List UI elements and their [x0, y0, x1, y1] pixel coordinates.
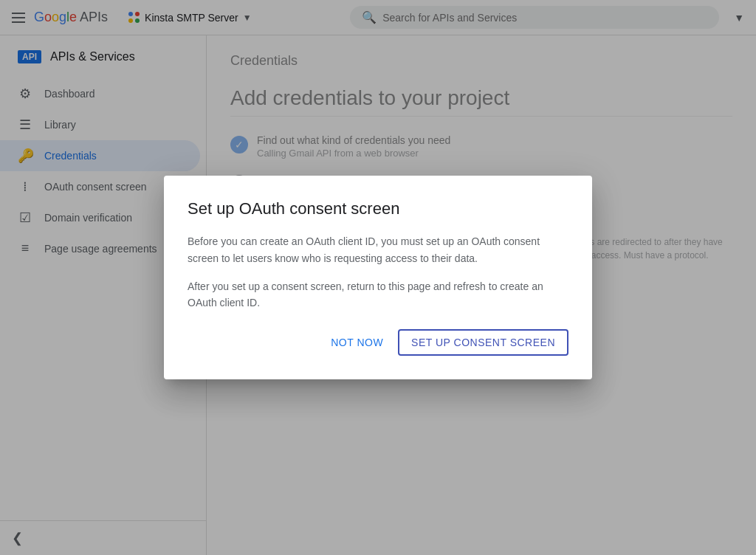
not-now-button[interactable]: NOT NOW: [322, 329, 392, 356]
modal-overlay: Set up OAuth consent screen Before you c…: [0, 0, 756, 555]
setup-consent-screen-button[interactable]: SET UP CONSENT SCREEN: [398, 329, 568, 356]
modal-title: Set up OAuth consent screen: [188, 199, 568, 218]
modal-body: Before you can create an OAuth client ID…: [188, 233, 568, 311]
modal-body-paragraph-2: After you set up a consent screen, retur…: [188, 278, 568, 311]
modal-actions: NOT NOW SET UP CONSENT SCREEN: [188, 329, 568, 356]
modal-body-paragraph-1: Before you can create an OAuth client ID…: [188, 233, 568, 266]
oauth-consent-modal: Set up OAuth consent screen Before you c…: [164, 176, 592, 379]
